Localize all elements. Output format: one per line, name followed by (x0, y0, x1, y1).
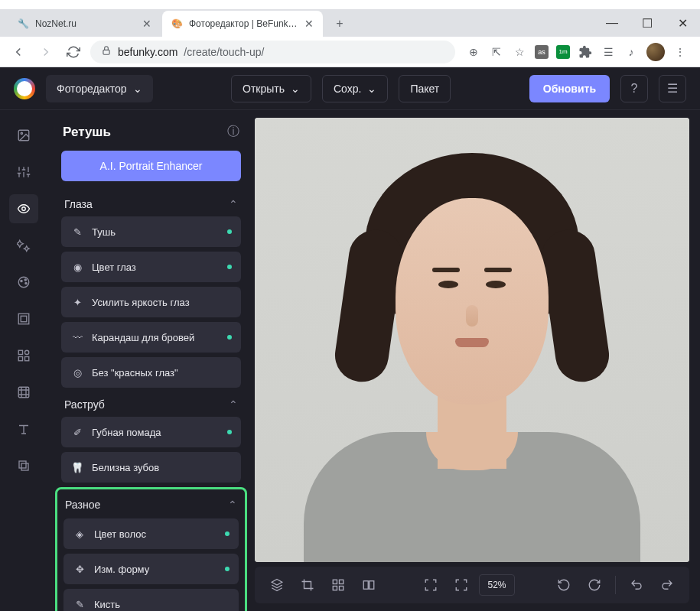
editor-selector[interactable]: Фоторедактор (46, 75, 153, 102)
new-tab-button[interactable]: + (329, 13, 350, 34)
back-button[interactable] (8, 41, 29, 63)
browser-addressbar: befunky.com/create/touch-up/ ⊕ ⇱ ☆ as 1m… (0, 37, 700, 67)
share-icon[interactable]: ⇱ (489, 44, 504, 60)
save-button[interactable]: Сохр. (322, 75, 388, 102)
chevron-down-icon (367, 83, 376, 95)
undo-icon[interactable] (623, 572, 650, 598)
svg-rect-17 (333, 580, 337, 583)
side-panel: Ретушь ⓘ A.I. Portrait Enhancer Глаза⌃ ✎… (47, 110, 250, 611)
svg-rect-20 (340, 587, 343, 590)
svg-point-11 (25, 350, 29, 354)
rail-frames-icon[interactable] (9, 304, 38, 333)
panel-title: Ретушь (63, 125, 227, 140)
svg-point-3 (22, 207, 26, 211)
section-eyes[interactable]: Глаза⌃ (61, 192, 241, 216)
svg-rect-22 (370, 581, 374, 590)
fullscreen-icon[interactable] (418, 572, 444, 598)
install-icon[interactable]: ⊕ (466, 44, 481, 60)
rail-effects-icon[interactable] (9, 231, 38, 260)
canvas[interactable] (255, 118, 689, 562)
reading-list-icon[interactable]: ☰ (601, 44, 616, 60)
svg-point-7 (25, 282, 27, 284)
crop-icon[interactable] (295, 572, 321, 598)
zoom-level[interactable]: 52% (479, 574, 514, 596)
eye-icon: ◎ (70, 367, 84, 379)
upgrade-button[interactable]: Обновить (529, 75, 610, 102)
befunky-logo[interactable] (14, 78, 35, 99)
minimize-button[interactable]: — (594, 9, 630, 37)
tool-rail (0, 110, 47, 611)
forward-button[interactable] (35, 41, 57, 63)
maximize-button[interactable]: ☐ (630, 9, 665, 37)
browser-tab-active[interactable]: 🎨 Фоторедактор | BeFunky: Image ✕ (162, 11, 323, 37)
svg-rect-16 (21, 463, 28, 470)
tool-teeth-whiten[interactable]: 🦷Белизна зубов (61, 452, 241, 483)
chevron-down-icon (291, 83, 300, 95)
brush-icon: ✎ (73, 599, 86, 610)
info-icon[interactable]: ⓘ (227, 124, 239, 140)
open-button[interactable]: Открыть (231, 75, 311, 102)
layers-icon[interactable] (264, 572, 290, 598)
ext-icon[interactable]: as (535, 45, 549, 59)
rail-overlays-icon[interactable] (9, 378, 38, 407)
lock-icon (101, 45, 112, 58)
url-input[interactable]: befunky.com/create/touch-up/ (90, 41, 455, 63)
tool-brush[interactable]: ✎Кисть (63, 589, 239, 611)
rail-artsy-icon[interactable] (9, 268, 38, 297)
rail-touchup-icon[interactable] (9, 194, 38, 223)
svg-rect-12 (18, 357, 22, 361)
eye-icon: ◉ (70, 262, 84, 273)
url-domain: befunky.com (118, 46, 177, 58)
rotate-right-icon[interactable] (581, 572, 607, 598)
svg-rect-9 (21, 316, 27, 322)
rail-image-icon[interactable] (9, 121, 38, 150)
tool-eye-brighten[interactable]: ✦Усилить яркость глаз (61, 287, 241, 317)
section-mouth[interactable]: Раструб⌃ (61, 392, 241, 417)
tool-reshape[interactable]: ✥Изм. форму (63, 554, 239, 584)
rail-textures-icon[interactable] (9, 451, 38, 480)
rail-text-icon[interactable] (9, 414, 38, 444)
brow-icon: 〰 (70, 332, 84, 343)
rail-graphics-icon[interactable] (9, 341, 38, 370)
fit-icon[interactable] (448, 572, 474, 598)
reshape-icon: ✥ (73, 564, 86, 575)
tool-redeye[interactable]: ◎Без "красных глаз" (61, 357, 241, 388)
chevron-down-icon (133, 83, 142, 95)
section-misc[interactable]: Разное⌃ (63, 494, 239, 518)
svg-rect-15 (19, 461, 26, 468)
close-icon[interactable]: ✕ (304, 18, 314, 30)
reload-button[interactable] (63, 41, 84, 63)
tool-eye-color[interactable]: ◉Цвет глаз (61, 252, 241, 282)
svg-rect-13 (25, 357, 29, 361)
grid-icon[interactable] (325, 572, 351, 598)
redo-icon[interactable] (654, 572, 680, 598)
svg-point-4 (18, 277, 29, 288)
browser-tabstrip: 🔧 NozNet.ru ✕ 🎨 Фоторедактор | BeFunky: … (0, 9, 700, 37)
close-icon[interactable]: ✕ (142, 18, 151, 30)
rotate-left-icon[interactable] (551, 572, 577, 598)
profile-avatar[interactable] (646, 43, 665, 61)
extensions-icon[interactable] (578, 44, 593, 60)
section-misc-highlight: Разное⌃ ◈Цвет волос ✥Изм. форму ✎Кисть ▦… (55, 487, 247, 611)
ext-icon[interactable]: 1m (556, 45, 570, 59)
close-window-button[interactable]: ✕ (665, 9, 700, 37)
bookmark-icon[interactable]: ☆ (512, 44, 527, 60)
tool-lipstick[interactable]: ✐Губная помада (61, 417, 241, 447)
batch-button[interactable]: Пакет (399, 75, 451, 102)
help-icon[interactable]: ? (620, 75, 648, 102)
tool-eyebrow-pencil[interactable]: 〰Карандаш для бровей (61, 322, 241, 353)
compare-icon[interactable] (356, 572, 382, 598)
tab-title: NozNet.ru (35, 18, 77, 29)
svg-rect-8 (18, 314, 29, 324)
rail-sliders-icon[interactable] (9, 158, 38, 187)
app-header: Фоторедактор Открыть Сохр. Пакет Обновит… (0, 67, 700, 110)
menu-icon[interactable]: ☰ (659, 75, 686, 102)
tool-hair-color[interactable]: ◈Цвет волос (63, 518, 239, 549)
svg-rect-0 (103, 50, 109, 54)
music-icon[interactable]: ♪ (623, 44, 639, 60)
tool-mascara[interactable]: ✎Тушь (61, 216, 241, 247)
svg-point-5 (21, 280, 22, 281)
menu-icon[interactable]: ⋮ (672, 44, 688, 60)
browser-tab[interactable]: 🔧 NozNet.ru ✕ (8, 11, 161, 37)
ai-enhancer-button[interactable]: A.I. Portrait Enhancer (61, 151, 241, 181)
